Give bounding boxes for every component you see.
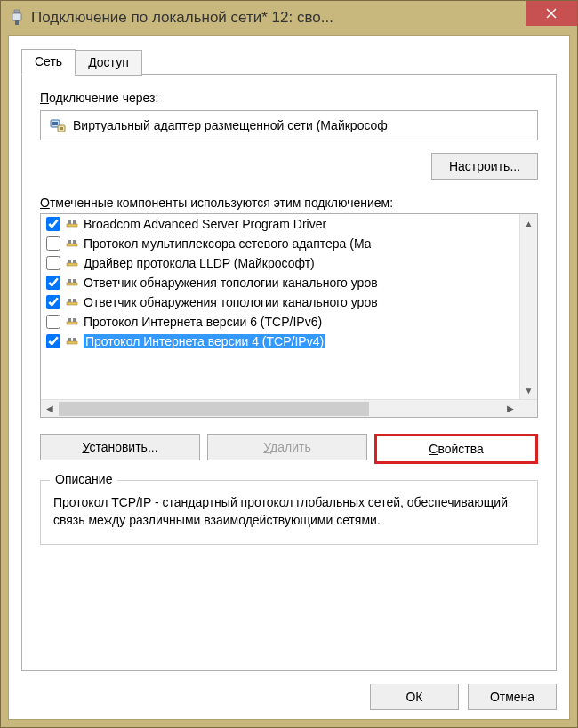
component-label: Ответчик обнаружения топологии канальног… <box>84 295 378 309</box>
cancel-button[interactable]: Отмена <box>468 684 557 710</box>
protocol-icon <box>66 296 78 308</box>
protocol-icon <box>66 257 78 269</box>
ok-button[interactable]: ОК <box>370 684 459 710</box>
component-checkbox[interactable] <box>46 256 60 270</box>
tab-access-label: Доступ <box>88 55 129 69</box>
svg-rect-11 <box>73 220 76 224</box>
protocol-icon <box>66 335 78 348</box>
svg-rect-24 <box>67 322 77 324</box>
list-item[interactable]: Ответчик обнаружения топологии канальног… <box>41 273 519 292</box>
dialog-button-row: ОК Отмена <box>21 684 557 710</box>
tab-network-label: Сеть <box>35 54 62 68</box>
components-list[interactable]: Broadcom Advanced Server Program DriverП… <box>41 214 519 399</box>
list-item[interactable]: Ответчик обнаружения топологии канальног… <box>41 292 519 312</box>
svg-rect-19 <box>68 279 71 283</box>
component-checkbox[interactable] <box>46 276 60 290</box>
adapter-field[interactable]: Виртуальный адаптер размещенной сети (Ма… <box>40 110 538 140</box>
component-label: Ответчик обнаружения топологии канальног… <box>84 276 378 290</box>
protocol-icon <box>66 237 78 250</box>
remove-button: Удалить <box>207 434 367 460</box>
description-title: Описание <box>50 472 117 486</box>
svg-rect-29 <box>73 338 76 341</box>
components-listbox: Broadcom Advanced Server Program DriverП… <box>40 213 538 418</box>
svg-rect-10 <box>68 220 71 224</box>
list-item[interactable]: Broadcom Advanced Server Program Driver <box>41 214 519 234</box>
component-checkbox[interactable] <box>46 334 60 348</box>
protocol-icon <box>66 316 78 328</box>
svg-rect-8 <box>60 127 63 130</box>
scroll-thumb-horizontal[interactable] <box>59 402 369 416</box>
component-checkbox[interactable] <box>46 217 60 231</box>
component-checkbox[interactable] <box>46 236 60 251</box>
svg-rect-1 <box>12 13 21 20</box>
client-area: Сеть Доступ Подключение через: <box>8 35 570 720</box>
tab-panel-network: Подключение через: Виртуальный адаптер р… <box>21 74 557 671</box>
scroll-down-button[interactable]: ▼ <box>520 381 537 399</box>
svg-rect-0 <box>14 10 20 13</box>
close-button[interactable] <box>526 1 577 26</box>
svg-rect-9 <box>67 224 77 227</box>
list-item[interactable]: Протокол Интернета версии 4 (TCP/IPv4) <box>41 332 519 351</box>
titlebar: Подключение по локальной сети* 12: сво..… <box>1 1 577 35</box>
svg-rect-22 <box>68 299 71 302</box>
install-button[interactable]: Установить... <box>40 434 200 460</box>
svg-rect-28 <box>68 338 71 341</box>
properties-button[interactable]: Свойства <box>374 434 538 464</box>
description-text: Протокол TCP/IP - стандартный протокол г… <box>53 493 525 530</box>
network-adapter-icon <box>10 9 24 27</box>
tab-access[interactable]: Доступ <box>75 50 142 76</box>
svg-rect-14 <box>73 240 76 244</box>
scroll-corner <box>519 400 537 417</box>
scroll-track-horizontal[interactable] <box>59 400 502 417</box>
svg-rect-15 <box>67 263 77 266</box>
component-label: Broadcom Advanced Server Program Driver <box>84 217 326 231</box>
svg-rect-27 <box>67 341 77 344</box>
svg-rect-2 <box>15 20 19 25</box>
vertical-scrollbar[interactable]: ▲ ▼ <box>519 214 537 399</box>
tab-network[interactable]: Сеть <box>21 49 76 75</box>
svg-rect-20 <box>73 279 76 283</box>
svg-rect-16 <box>68 260 71 263</box>
svg-rect-25 <box>68 318 71 322</box>
list-item[interactable]: Драйвер протокола LLDP (Майкрософт) <box>41 253 519 273</box>
svg-rect-17 <box>73 260 76 263</box>
component-label: Протокол Интернета версии 4 (TCP/IPv4) <box>84 334 325 348</box>
component-label: Протокол Интернета версии 6 (TCP/IPv6) <box>84 315 322 329</box>
horizontal-scrollbar[interactable]: ◀ ▶ <box>41 399 537 417</box>
window-title: Подключение по локальной сети* 12: сво..… <box>31 9 526 27</box>
component-label: Протокол мультиплексора сетевого адаптер… <box>84 236 371 251</box>
component-checkbox[interactable] <box>46 315 60 329</box>
svg-rect-26 <box>73 318 76 322</box>
configure-button[interactable]: Настроить... <box>431 153 538 180</box>
scroll-track-vertical[interactable] <box>520 232 537 381</box>
svg-rect-21 <box>67 302 77 305</box>
scroll-up-button[interactable]: ▲ <box>520 214 537 232</box>
close-icon <box>546 8 557 19</box>
properties-window: Подключение по локальной сети* 12: сво..… <box>0 0 578 728</box>
list-item[interactable]: Протокол Интернета версии 6 (TCP/IPv6) <box>41 312 519 332</box>
protocol-icon <box>66 276 78 289</box>
svg-rect-12 <box>67 244 77 246</box>
component-checkbox[interactable] <box>46 295 60 309</box>
scroll-right-button[interactable]: ▶ <box>502 400 519 417</box>
action-button-row: Установить... Удалить Свойства <box>40 434 538 464</box>
connect-via-label: Подключение через: <box>40 91 538 105</box>
component-label: Драйвер протокола LLDP (Майкрософт) <box>84 256 315 270</box>
svg-rect-6 <box>52 122 58 125</box>
description-groupbox: Описание Протокол TCP/IP - стандартный п… <box>40 480 538 545</box>
tab-strip: Сеть Доступ <box>21 49 557 75</box>
list-item[interactable]: Протокол мультиплексора сетевого адаптер… <box>41 234 519 253</box>
protocol-icon <box>66 218 78 230</box>
scroll-left-button[interactable]: ◀ <box>41 400 59 417</box>
adapter-name: Виртуальный адаптер размещенной сети (Ма… <box>73 118 388 132</box>
svg-rect-13 <box>68 240 71 244</box>
svg-rect-18 <box>67 283 77 285</box>
svg-rect-23 <box>73 299 76 302</box>
components-label: Отмеченные компоненты используются этим … <box>40 196 538 210</box>
adapter-icon <box>50 117 66 133</box>
